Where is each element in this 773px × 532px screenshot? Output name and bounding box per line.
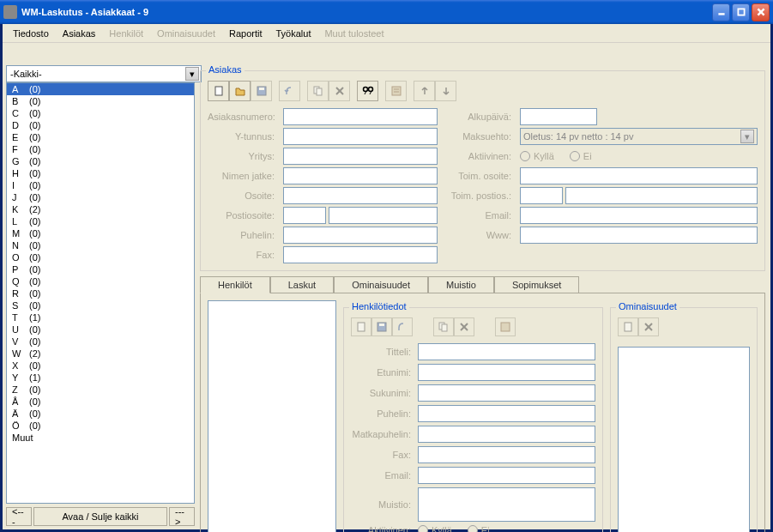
next-page-button[interactable]: ---> [169, 507, 195, 526]
person-delete-button[interactable] [454, 317, 474, 336]
aktiivinen-kylla-radio[interactable]: Kyllä [520, 151, 554, 161]
p-puhelin-input[interactable] [418, 405, 595, 422]
tab-ominaisuudet[interactable]: Ominaisuudet [334, 276, 428, 293]
tab-sopimukset[interactable]: Sopimukset [494, 276, 579, 293]
prev-page-button[interactable]: <--- [6, 507, 32, 526]
delete-button[interactable] [329, 81, 350, 101]
list-item[interactable]: Q(0) [7, 275, 194, 287]
list-item[interactable]: D(0) [7, 119, 194, 131]
person-undo-button[interactable] [392, 317, 413, 336]
menu-ominaisuudet[interactable]: Ominaisuudet [150, 27, 222, 40]
list-item[interactable]: S(0) [7, 299, 194, 311]
search-button[interactable] [357, 81, 378, 101]
postiosoite-code-input[interactable] [283, 207, 326, 224]
person-new-button[interactable] [351, 317, 371, 336]
menu-muut[interactable]: Muut tulosteet [317, 27, 390, 40]
right-panel: Asiakas [198, 63, 770, 529]
menu-raportit[interactable]: Raportit [222, 27, 269, 40]
asiakasnumero-input[interactable] [283, 108, 438, 125]
osoite-input[interactable] [283, 187, 438, 204]
tab-henkilot[interactable]: Henkilöt [200, 276, 270, 293]
matkapuhelin-input[interactable] [418, 426, 595, 443]
nimenjatke-input[interactable] [283, 167, 438, 184]
toimosoite-input[interactable] [520, 167, 758, 184]
ytunnus-input[interactable] [283, 128, 438, 145]
list-item[interactable]: F(0) [7, 143, 194, 155]
person-copy-button[interactable] [433, 317, 454, 336]
list-item[interactable]: V(0) [7, 336, 194, 348]
postiosoite-city-input[interactable] [329, 207, 438, 224]
close-button[interactable] [752, 3, 770, 21]
list-item[interactable]: H(0) [7, 167, 194, 179]
tab-laskut[interactable]: Laskut [270, 276, 334, 293]
list-item[interactable]: C(0) [7, 107, 194, 119]
list-item[interactable]: T(1) [7, 311, 194, 323]
www-input[interactable] [520, 227, 758, 244]
list-item[interactable]: K(2) [7, 203, 194, 215]
p-muistio-input[interactable] [418, 487, 595, 522]
person-form-button[interactable] [495, 317, 516, 336]
open-close-all-button[interactable]: Avaa / Sulje kaikki [33, 507, 167, 526]
list-item[interactable]: Ä(0) [7, 408, 194, 420]
list-item[interactable]: B(0) [7, 95, 194, 107]
yritys-input[interactable] [283, 148, 438, 165]
person-list[interactable] [208, 300, 336, 532]
list-item[interactable]: Å(0) [7, 396, 194, 408]
menu-asiakas[interactable]: Asiakas [56, 27, 103, 40]
list-item[interactable]: Z(0) [7, 384, 194, 396]
menu-tyokalut[interactable]: Työkalut [269, 27, 317, 40]
list-item[interactable]: J(0) [7, 191, 194, 203]
list-item[interactable]: A(0) [7, 83, 194, 95]
list-item[interactable]: R(0) [7, 287, 194, 299]
maximize-button[interactable] [732, 3, 750, 21]
copy-button[interactable] [307, 81, 329, 101]
titteli-input[interactable] [418, 343, 595, 360]
om-new-button[interactable] [618, 317, 638, 336]
list-item[interactable]: X(0) [7, 360, 194, 372]
etunimi-input[interactable] [418, 364, 595, 381]
p-aktiivinen-ei-radio[interactable]: Ei [468, 525, 490, 532]
save-button[interactable] [251, 81, 272, 101]
ominaisuudet-list[interactable] [618, 347, 750, 532]
list-item[interactable]: G(0) [7, 155, 194, 167]
menu-henkilot[interactable]: Henkilöt [102, 27, 150, 40]
menu-tiedosto[interactable]: Tiedosto [6, 27, 56, 40]
list-item[interactable]: E(0) [7, 131, 194, 143]
minimize-button[interactable] [712, 3, 730, 21]
toimpostios-code-input[interactable] [520, 187, 563, 204]
sukunimi-input[interactable] [418, 384, 595, 402]
puhelin-input[interactable] [283, 227, 438, 244]
new-button[interactable] [208, 81, 229, 101]
p-fax-input[interactable] [418, 446, 595, 463]
down-button[interactable] [435, 81, 456, 101]
list-item[interactable]: M(0) [7, 227, 194, 239]
alkupaiva-input[interactable] [520, 108, 597, 125]
list-item[interactable]: U(0) [7, 323, 194, 336]
list-item[interactable]: L(0) [7, 215, 194, 227]
undo-button[interactable] [279, 81, 300, 101]
email-input[interactable] [520, 207, 758, 224]
filter-dropdown[interactable]: -Kaikki- ▾ [6, 65, 202, 82]
form-button[interactable] [385, 81, 407, 101]
toimpostios-city-input[interactable] [565, 187, 758, 204]
fax-input[interactable] [283, 246, 438, 263]
list-item[interactable]: O(0) [7, 251, 194, 263]
list-item[interactable]: I(0) [7, 179, 194, 191]
om-delete-button[interactable] [638, 317, 659, 336]
aktiivinen-ei-radio[interactable]: Ei [570, 151, 592, 161]
open-button[interactable] [229, 81, 251, 101]
customer-list[interactable]: A(0)B(0)C(0)D(0)E(0)F(0)G(0)H(0)I(0)J(0)… [6, 82, 195, 504]
list-item[interactable]: P(0) [7, 263, 194, 275]
p-email-input[interactable] [418, 467, 595, 484]
p-aktiivinen-kylla-radio[interactable]: Kyllä [418, 525, 452, 532]
label-p-aktiivinen: Aktiivinen: [351, 525, 413, 532]
up-button[interactable] [414, 81, 435, 101]
list-item[interactable]: Muut [7, 432, 194, 444]
person-save-button[interactable] [371, 317, 392, 336]
list-item[interactable]: Ö(0) [7, 420, 194, 432]
maksuehto-select[interactable]: Oletus: 14 pv netto : 14 pv ▾ [520, 128, 758, 145]
list-item[interactable]: N(0) [7, 239, 194, 251]
tab-muistio[interactable]: Muistio [428, 276, 494, 293]
list-item[interactable]: Y(1) [7, 372, 194, 384]
list-item[interactable]: W(2) [7, 348, 194, 360]
